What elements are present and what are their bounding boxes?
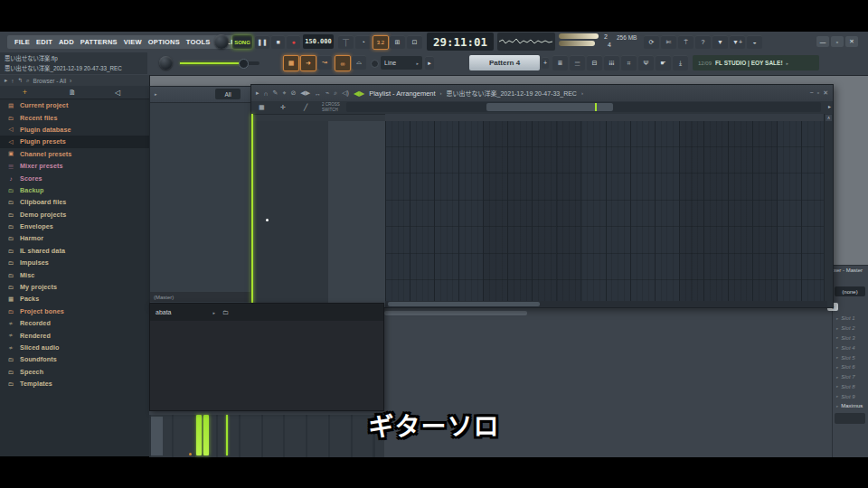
typing-keyboard-icon[interactable]: ⌓ [352,55,366,70]
master-target-bar[interactable]: (Master) [150,292,266,302]
browser-up-icon[interactable]: ↑ [11,78,14,84]
browser-search-icon[interactable]: ⌕ [26,77,30,84]
browser-item[interactable]: ▤ Current project [0,99,149,111]
scroll-up-icon[interactable]: ∧ [826,115,832,121]
browser-item[interactable]: 🗀 Demo projects [0,209,149,221]
playlist-titlebar[interactable]: ▸ ∩ ✎ ⌖ ⊘ ◀▶ ↔ ⌁ ⌕ ◁) ◀▶ Playlist - Arra… [251,85,833,101]
snap-extra-button[interactable]: ▸ [425,56,434,70]
slot-selector[interactable]: (none) [835,286,865,296]
pencil-tool-icon[interactable]: ✎ [273,89,278,97]
playlist-close-button[interactable]: ✕ [823,89,828,97]
pause-button[interactable]: ❚❚ [255,35,269,49]
mixer-slot[interactable]: ▸ Slot 1 [833,314,868,324]
playlist-minimize-button[interactable]: − [810,89,814,97]
browser-item[interactable]: ≁ Recorded [0,317,149,329]
grid-view-icon[interactable]: ▦ [259,104,265,111]
plugin-picker-icon[interactable]: Ψ [638,55,654,70]
mixer-slot[interactable]: ▸ Slot 6 [833,362,868,372]
browser-item[interactable]: ◁ Plugin presets [0,136,149,147]
mixer-slot[interactable]: ▸ Slot 7 [833,372,868,382]
browser-back-icon[interactable]: ▸ [5,77,7,84]
mixer-slot[interactable]: ▸ Slot 5 [833,352,868,362]
snap-selector[interactable]: Line ▸ [381,56,422,70]
browser-item[interactable]: 🗀 Impulses [0,257,149,268]
grid-bottom-thumb[interactable] [388,302,540,306]
save-as-icon[interactable]: ▼+ [730,35,745,49]
browser-item[interactable]: ♪ Scores [0,172,149,183]
playlist-grid[interactable] [385,121,827,307]
touch-controller-icon[interactable]: ☛ [656,55,671,70]
stop-button[interactable]: ■ [271,35,285,49]
browser-item[interactable]: ▦ Packs [0,293,149,305]
piano-roll-toggle-icon[interactable]: 𝄚 [570,55,585,70]
browser-item[interactable]: ≁ Sliced audio [0,342,149,353]
scroll-right-icon[interactable]: ▸ [828,103,831,109]
browser-item[interactable]: 🗀 My projects [0,281,149,293]
blend-recording-icon[interactable]: ⊞ [390,35,405,49]
menu-item[interactable]: VIEW [124,38,142,46]
browser-item[interactable]: ≁ Rendered [0,329,149,341]
record-button[interactable]: ● [287,35,300,49]
time-display[interactable]: 29:11:01 [427,33,494,51]
browser-item[interactable]: 🗀 Envelopes [0,221,149,232]
paint-tool-icon[interactable]: ⌖ [282,89,286,97]
playlist-hscrollbar[interactable] [346,102,821,112]
preview-icon[interactable]: ◁) [342,89,349,97]
browser-item[interactable]: 🗀 IL shared data [0,245,149,257]
export-icon[interactable]: ⤓ [673,55,688,70]
browser-tab-plugins-icon[interactable]: ◁ [95,89,140,97]
browser-item[interactable]: ◁ Plugin database [0,124,149,136]
master-volume-slider[interactable] [180,61,259,65]
master-pitch-knob[interactable] [159,56,173,70]
loop-record-icon[interactable]: ⊡ [407,35,422,49]
browser-item[interactable]: 🗀 Speech [0,366,149,378]
browser-item[interactable]: 🗀 Clipboard files [0,196,149,208]
countdown-precount-button[interactable]: 3.2 [373,35,389,50]
app-maximize-button[interactable]: ▫ [831,36,844,47]
browser-tab-files-icon[interactable]: 🗎 [50,89,95,97]
browser-item[interactable]: 🗀 Project bones [0,305,149,317]
metronome-icon[interactable]: ⏉ [338,35,354,49]
browser-undo-icon[interactable]: ↰ [18,77,23,84]
folder-icon[interactable]: 🗀 [222,309,229,315]
tempo-display[interactable]: 150.000 [303,34,334,49]
browser-item[interactable]: 🗀 Harmor [0,232,149,244]
mixer-slot[interactable]: ▸ Slot 4 [833,343,868,352]
app-close-button[interactable]: ✕ [845,36,858,47]
link-icon[interactable]: ∞ [335,55,351,71]
mute-tool-icon[interactable]: ⊘ [290,89,296,97]
select-tool-icon[interactable]: ⌁ [326,89,329,97]
playlist-vscrollbar[interactable]: ∧ [824,114,833,307]
browser-toggle-icon[interactable]: ⌗ [621,55,637,70]
fruity-dance-header[interactable]: abata ▸ 🗀 [150,304,383,321]
playlist-hscroll-thumb[interactable] [486,103,613,111]
help-icon[interactable]: ? [695,35,711,49]
sync-icon[interactable]: ⟳ [644,35,659,49]
pattern-selector[interactable]: Pattern 4 [469,55,540,70]
mixer-slot[interactable]: ▸ Slot 2 [833,324,868,333]
menu-item[interactable]: ADD [59,38,74,46]
magnify-icon[interactable]: ⌕ [334,89,337,97]
channel-rack-toggle-icon[interactable]: ≣ [552,55,568,70]
menu-item[interactable]: PATTERNS [80,38,118,46]
channel-filter[interactable]: All [215,89,241,99]
slip-tool-icon[interactable]: ◀▶ [300,89,310,97]
wait-for-input-icon[interactable]: ◔ [355,35,371,49]
menu-item[interactable]: FILE [14,38,30,46]
browser-tab-add-icon[interactable]: + [0,88,50,97]
zoom-tool-icon[interactable]: ↔ [315,90,321,97]
mixer-slot[interactable]: ▸ Slot 9 [833,391,868,401]
news-banner[interactable]: 12/09 FL STUDIO | EOY SALE! ▸ [693,55,819,70]
mixer-slot[interactable]: ▸ Slot 3 [833,333,868,343]
mixer-slot[interactable]: ▸ Slot 8 [833,382,868,392]
feedback-icon[interactable]: ◒ [747,35,762,49]
pattern-add-button[interactable]: + [542,57,549,69]
browser-item[interactable]: 🗀 Misc [0,268,149,280]
microphone-icon[interactable]: ⍑ [678,35,693,49]
playlist-maximize-button[interactable]: ▫ [817,89,819,97]
song-mode-button[interactable]: SONG [232,35,252,49]
magnet-icon[interactable]: ∩ [264,90,269,97]
menu-item[interactable]: EDIT [36,38,52,46]
playhead-line[interactable] [251,114,253,307]
pan-view-icon[interactable]: ✛ [280,104,286,111]
